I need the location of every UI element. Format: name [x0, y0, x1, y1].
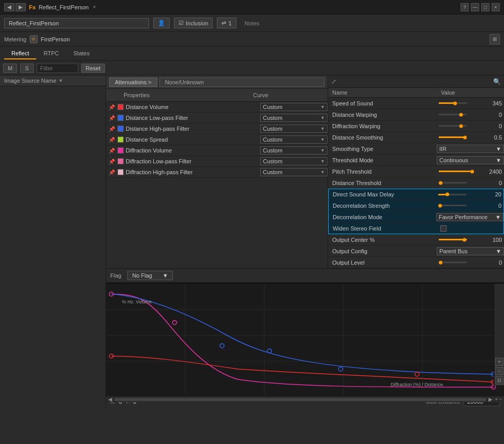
nav-back-button[interactable]: ◀ — [4, 3, 14, 11]
param-value-text-speed-of-sound: 345 — [485, 100, 504, 106]
param-value-direct-sound-max-delay[interactable]: 20 — [436, 190, 503, 198]
search-icon[interactable]: 🔍 — [493, 78, 501, 85]
curve-select-1[interactable]: Custom ▼ — [260, 114, 328, 122]
metering-value: FirstPerson — [41, 36, 70, 42]
help-icon[interactable]: ? — [461, 3, 469, 11]
widen-stereo-field-checkbox[interactable] — [440, 225, 447, 232]
pin-icon-1[interactable]: 📌 — [106, 115, 117, 121]
param-value-smoothing-type[interactable]: IIR ▼ — [437, 144, 504, 154]
pin-icon-0[interactable]: 📌 — [106, 104, 117, 110]
threshold-mode-arrow: ▼ — [496, 157, 501, 163]
flag-arrow: ▼ — [162, 272, 168, 279]
tab-close-icon[interactable]: × — [93, 4, 96, 10]
curve-select-4[interactable]: Custom ▼ — [260, 146, 328, 155]
smoothing-type-dropdown[interactable]: IIR ▼ — [437, 145, 504, 153]
reset-button[interactable]: Reset — [81, 64, 106, 73]
svg-text:Diffraction (%) / Distance: Diffraction (%) / Distance — [391, 382, 443, 387]
metering-icon[interactable]: ⊙ — [29, 35, 38, 43]
chart-fit-button[interactable]: ⊡ — [495, 376, 503, 385]
color-swatch-5 — [117, 158, 124, 164]
s-button[interactable]: S — [20, 64, 33, 73]
grid-view-icon[interactable]: ⊞ — [490, 34, 500, 44]
decorrelation-mode-dropdown[interactable]: Favor Performance ▼ — [436, 213, 503, 221]
param-value-distance-smoothing[interactable]: 0.5 — [437, 133, 504, 142]
param-value-output-level[interactable]: 0 — [437, 258, 504, 267]
param-value-output-config[interactable]: Parent Bus ▼ — [437, 247, 504, 256]
param-name-direct-sound-max-delay: Direct Sound Max Delay — [329, 190, 436, 198]
view-toggle-button[interactable]: ⊞ — [490, 34, 500, 44]
param-value-distance-threshold[interactable]: 0 — [437, 179, 504, 187]
tab-reflect[interactable]: Reflect — [4, 48, 36, 59]
param-value-decorrelation-strength[interactable]: 0 — [436, 202, 503, 210]
prop-row-distance-hpf: 📌 Distance High-pass Filter Custom ▼ — [106, 124, 328, 134]
pin-col-header — [106, 94, 121, 97]
properties-list: 📌 Distance Volume Custom ▼ 📌 — [106, 102, 328, 268]
curve-select-6[interactable]: Custom ▼ — [260, 168, 328, 176]
pin-icon-4[interactable]: 📌 — [106, 148, 117, 154]
curve-select-3[interactable]: Custom ▼ — [260, 135, 328, 144]
tab-states[interactable]: States — [66, 48, 97, 59]
profile-icon: 👤 — [158, 20, 165, 26]
scroll-minus-icon[interactable]: − — [499, 396, 502, 402]
minimize-icon[interactable]: — — [471, 3, 479, 11]
curve-value-6: Custom — [263, 169, 283, 175]
tab-title: Reflect_FirstPerson — [39, 4, 89, 10]
plugin-name-input[interactable] — [4, 18, 149, 28]
chart-svg: % Hz. Volume Diffraction (%) / Distance — [106, 284, 504, 395]
curve-select-0[interactable]: Custom ▼ — [260, 103, 328, 111]
tab-rtpc[interactable]: RTPC — [36, 48, 66, 59]
param-value-speed-of-sound[interactable]: 345 — [437, 99, 504, 108]
scroll-left-arrow[interactable]: ◀ — [108, 396, 112, 402]
chart-scrollbar-thumb[interactable] — [114, 398, 486, 401]
param-value-distance-warping[interactable]: 0 — [437, 111, 504, 119]
param-row-distance-threshold: Distance Threshold 0 — [328, 177, 504, 189]
inclusion-label: Inclusion — [186, 20, 208, 26]
prop-row-diffraction-lpf: 📌 Diffraction Low-pass Filter Custom ▼ — [106, 156, 328, 167]
threshold-mode-dropdown[interactable]: Continuous ▼ — [437, 156, 504, 164]
threshold-mode-value: Continuous — [439, 157, 468, 163]
close-icon[interactable]: × — [492, 3, 500, 11]
param-value-pitch-threshold[interactable]: 2400 — [437, 167, 504, 176]
filter-input[interactable] — [37, 64, 78, 73]
chart-side-buttons: + − ⊡ — [494, 284, 504, 386]
param-name-distance-smoothing: Distance Smoothing — [328, 133, 437, 142]
param-value-decorrelation-mode[interactable]: Favor Performance ▼ — [436, 212, 503, 222]
notes-button[interactable]: Notes — [241, 19, 264, 28]
nav-fwd-button[interactable]: ▶ — [16, 3, 26, 11]
chart-svg-area[interactable]: % Hz. Volume Diffraction (%) / Distance … — [106, 284, 504, 396]
output-config-dropdown[interactable]: Parent Bus ▼ — [437, 247, 504, 255]
image-source-label: Image Source Name — [4, 78, 56, 84]
pin-icon-2[interactable]: 📌 — [106, 126, 117, 132]
color-swatch-2 — [117, 126, 124, 132]
param-row-distance-smoothing: Distance Smoothing 0.5 — [328, 132, 504, 143]
flag-dropdown[interactable]: No Flag ▼ — [127, 271, 172, 280]
pin-icon-3[interactable]: 📌 — [106, 137, 117, 143]
param-name-pitch-threshold: Pitch Threshold — [328, 167, 437, 176]
pin-icon-5[interactable]: 📌 — [106, 159, 117, 164]
curve-select-5[interactable]: Custom ▼ — [260, 157, 328, 165]
pin-icon-6[interactable]: 📌 — [106, 170, 117, 175]
scroll-right-arrow[interactable]: ▶ — [488, 396, 493, 402]
param-value-widen-stereo-field[interactable] — [436, 225, 503, 232]
metering-label: Metering — [4, 36, 26, 42]
attenuation-button[interactable]: Attenuations > — [109, 78, 157, 87]
param-value-threshold-mode[interactable]: Continuous ▼ — [437, 156, 504, 165]
chart-zoom-out-button[interactable]: − — [495, 367, 503, 375]
profile-icon-button[interactable]: 👤 — [153, 18, 170, 28]
expand-icon[interactable]: ⤢ — [331, 78, 336, 85]
window-controls: ? — □ × — [461, 3, 500, 11]
param-value-text-distance-threshold: 0 — [485, 180, 504, 186]
chart-zoom-in-button[interactable]: + — [495, 358, 503, 366]
curve-select-2[interactable]: Custom ▼ — [260, 125, 328, 133]
param-value-diffraction-warping[interactable]: 0 — [437, 122, 504, 130]
param-value-output-center[interactable]: 100 — [437, 236, 504, 244]
inclusion-button[interactable]: ☑ Inclusion — [174, 18, 213, 28]
flag-label: Flag — [110, 272, 121, 279]
scroll-plus-icon[interactable]: + — [495, 396, 498, 402]
connect-button[interactable]: ⇌ 1 — [217, 18, 236, 28]
m-button[interactable]: M — [3, 64, 17, 73]
param-row-direct-sound-max-delay: Direct Sound Max Delay 20 — [328, 189, 504, 200]
color-swatch-1 — [117, 115, 124, 121]
chart-scrollbar-h[interactable]: ◀ ▶ + − — [106, 396, 504, 402]
maximize-icon[interactable]: □ — [481, 3, 490, 11]
